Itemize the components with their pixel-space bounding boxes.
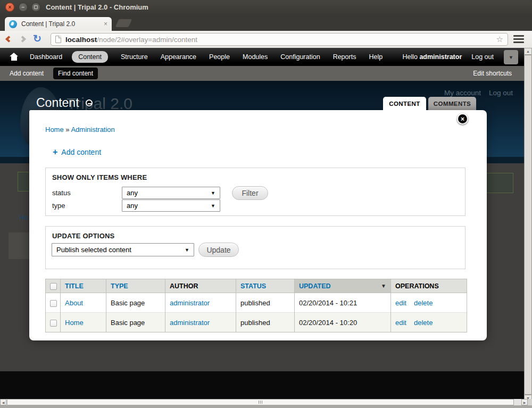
row-status-cell: published [236,313,295,332]
site-my-account-link[interactable]: My account [444,89,481,97]
toolbar-item-help[interactable]: Help [369,53,383,61]
toolbar-item-modules[interactable]: Modules [243,53,268,61]
window-maximize-icon[interactable] [31,3,40,12]
sort-status-link[interactable]: STATUS [240,282,266,290]
overlay-close-icon[interactable]: × [457,113,468,124]
author-link[interactable]: administrator [170,299,210,307]
sort-updated-link[interactable]: UPDATED [299,282,331,290]
edit-shortcuts-link[interactable]: Edit shortcuts [473,70,512,77]
breadcrumb-separator: » [65,126,69,134]
new-tab-button[interactable] [115,19,132,27]
author-link[interactable]: administrator [170,319,210,327]
header-title: TITLE [61,279,106,293]
tab-comments[interactable]: COMMENTS [428,97,476,110]
toolbar-logout-link[interactable]: Log out [471,53,494,61]
shortcut-add-content[interactable]: Add content [10,70,44,77]
window-title: Content | Tripal 2.0 - Chromium [46,3,148,11]
sort-desc-icon[interactable]: ▼ [381,283,386,289]
window-close-icon[interactable]: × [5,3,14,12]
drupal-admin-toolbar: Dashboard Content Structure Appearance P… [0,48,532,66]
reload-icon[interactable]: ↻ [33,32,41,45]
browser-menu-icon[interactable] [513,35,524,45]
scroll-up-icon[interactable]: ▲ [524,48,532,55]
delete-link[interactable]: delete [414,299,433,307]
toolbar-toggle-button[interactable]: ▼ [504,50,518,64]
toolbar-item-configuration[interactable]: Configuration [280,53,320,61]
edit-link[interactable]: edit [395,319,406,327]
horizontal-scrollbar[interactable]: ◀ ▶ [0,399,528,405]
add-content-link[interactable]: + Add content [53,147,101,157]
site-logout-link[interactable]: Log out [489,89,513,97]
status-label: status [52,189,71,197]
update-select-value: Publish selected content [56,246,131,254]
shortcut-find-content[interactable]: Find content [53,68,98,79]
browser-toolbar: ↻ localhost/node/2#overlay=admin/content… [0,31,532,48]
select-arrow-icon: ▼ [185,247,189,253]
overlay-page-title-text: Content [36,96,79,110]
table-row: Home Basic page administrator published … [46,313,467,332]
scrollbar-corner [528,399,532,405]
type-select[interactable]: any ▼ [122,199,220,212]
table-row: About Basic page administrator published… [46,293,467,313]
update-options-fieldset: UPDATE OPTIONS Publish selected content … [45,226,466,269]
forward-icon[interactable] [19,36,26,43]
back-icon[interactable] [5,36,12,43]
shortcut-bar: Add content Find content Edit shortcuts [0,66,532,81]
row-checkbox[interactable] [50,300,57,307]
drupal-favicon-icon [9,20,17,28]
node-title-link[interactable]: About [65,299,83,307]
select-all-checkbox[interactable] [50,283,57,290]
vertical-scrollbar[interactable]: ▲ ▼ [524,48,532,402]
greeting-text: Hello administrator [402,53,462,61]
url-bar[interactable]: localhost/node/2#overlay=admin/content ☆ [51,33,508,46]
greeting-username: administrator [419,53,462,61]
row-select-cell [46,313,61,332]
collapse-minus-icon[interactable] [86,99,93,106]
toolbar-item-appearance[interactable]: Appearance [161,53,196,61]
breadcrumb-admin-link[interactable]: Administration [71,126,114,134]
filter-button[interactable]: Filter [232,186,268,200]
sort-title-link[interactable]: TITLE [65,282,84,290]
scroll-right-icon[interactable]: ▶ [521,399,528,405]
update-button[interactable]: Update [198,243,239,257]
row-operations-cell: editdelete [391,293,467,313]
browser-tab[interactable]: Content | Tripal 2.0 × [4,16,112,31]
header-updated: UPDATED▼ [295,279,391,293]
breadcrumb-home-link[interactable]: Home [45,126,64,134]
sort-type-link[interactable]: TYPE [111,282,128,290]
window-titlebar: × − Content | Tripal 2.0 - Chromium [0,0,532,15]
row-author-cell: administrator [165,293,236,313]
table-header-row: TITLE TYPE AUTHOR STATUS UPDATED▼ OPERAT… [46,279,467,293]
row-type-cell: Basic page [106,293,165,313]
toolbar-item-content[interactable]: Content [72,51,108,63]
vertical-scrollbar-thumb[interactable] [524,55,532,395]
toolbar-item-reports[interactable]: Reports [333,53,356,61]
select-arrow-icon: ▼ [211,190,215,196]
node-title-link[interactable]: Home [65,319,84,327]
update-action-select[interactable]: Publish selected content ▼ [52,243,194,256]
bookmark-star-icon[interactable]: ☆ [496,35,503,44]
page-icon [55,36,61,43]
toolbar-item-dashboard[interactable]: Dashboard [30,53,62,61]
site-background: Tripal 2.0 My account Log out Content Ho… [0,81,532,408]
site-breadcrumb-fragment: Ho [19,213,28,221]
update-legend: UPDATE OPTIONS [52,232,114,240]
status-select[interactable]: any ▼ [122,187,220,199]
row-type-cell: Basic page [106,313,165,332]
header-status: STATUS [236,279,295,293]
row-checkbox[interactable] [50,320,57,327]
delete-link[interactable]: delete [414,319,433,327]
scroll-left-icon[interactable]: ◀ [0,399,6,405]
site-searchbox-fragment-left [18,172,30,191]
screen: × − Content | Tripal 2.0 - Chromium Cont… [0,0,532,408]
edit-link[interactable]: edit [395,299,406,307]
tab-close-icon[interactable]: × [104,20,107,28]
tab-content[interactable]: CONTENT [383,97,426,110]
url-host: localhost [65,36,97,44]
window-minimize-icon[interactable]: − [19,3,28,12]
toolbar-item-structure[interactable]: Structure [121,53,148,61]
url-text[interactable]: localhost/node/2#overlay=admin/content [65,36,496,44]
horizontal-scrollbar-thumb[interactable] [7,399,514,405]
home-icon[interactable] [10,54,18,61]
toolbar-item-people[interactable]: People [209,53,230,61]
